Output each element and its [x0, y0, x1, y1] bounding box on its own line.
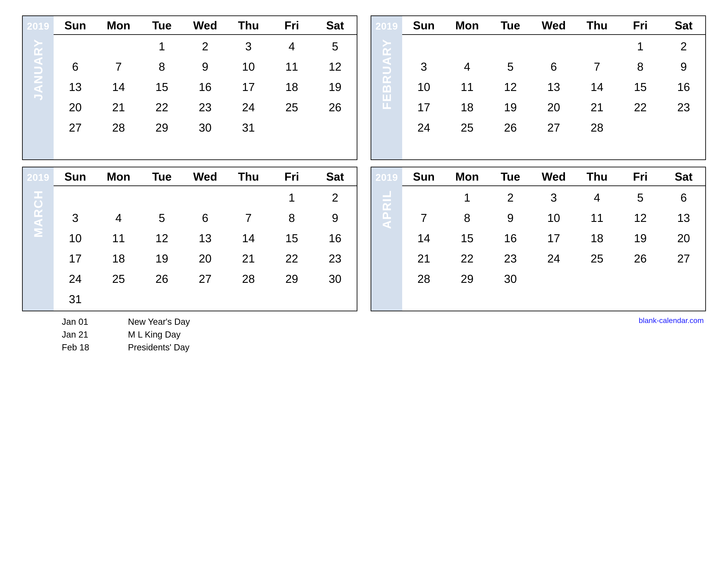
dow-label: Sun [54, 19, 97, 32]
dow-label: Thu [227, 19, 270, 32]
date-cell: 26 [140, 269, 184, 289]
dow-label: Wed [184, 170, 227, 183]
dow-label: Sat [313, 170, 357, 183]
date-cell: 12 [619, 208, 662, 228]
holiday-date: Jan 01 [62, 315, 128, 328]
date-cell [619, 269, 662, 289]
date-cell: 2 [662, 36, 705, 56]
date-cell: 15 [140, 77, 184, 97]
dow-label: Tue [489, 170, 532, 183]
dow-label: Fri [619, 170, 662, 183]
date-cell: 16 [184, 77, 227, 97]
date-cell [97, 36, 140, 56]
date-cell: 4 [97, 208, 140, 228]
holiday-name: M L King Day [128, 328, 181, 341]
month-april: 2019APRILSunMonTueWedThuFriSat1234567891… [371, 167, 706, 311]
date-cell: 27 [532, 117, 575, 138]
dow-label: Sat [662, 19, 705, 32]
month-year: 2019 [375, 18, 398, 34]
date-cell [532, 36, 575, 56]
date-cell [445, 289, 489, 309]
date-cell [97, 289, 140, 309]
dow-label: Sun [54, 170, 97, 183]
date-cell: 28 [97, 117, 140, 138]
date-cell [184, 138, 227, 158]
date-cell: 25 [97, 269, 140, 289]
date-cell [662, 117, 705, 138]
holiday-date: Feb 18 [62, 341, 128, 354]
date-cell: 30 [184, 117, 227, 138]
dow-label: Thu [575, 170, 619, 183]
date-cell: 19 [619, 228, 662, 248]
date-cell: 18 [575, 228, 619, 248]
date-cell: 4 [575, 187, 619, 208]
holiday-list: Jan 01New Year's DayJan 21M L King DayFe… [62, 315, 190, 354]
date-cell: 12 [313, 56, 357, 77]
dow-label: Sun [402, 170, 445, 183]
dow-label: Mon [445, 170, 489, 183]
month-name: JANUARY [31, 34, 45, 159]
date-cell [270, 117, 313, 138]
date-cell: 12 [140, 228, 184, 248]
month-sidebar: 2019FEBRUARY [371, 16, 402, 159]
dow-row: SunMonTueWedThuFriSat [54, 167, 357, 186]
date-cell: 17 [402, 97, 445, 117]
date-cell [313, 117, 357, 138]
date-cell: 21 [575, 97, 619, 117]
date-cell [575, 36, 619, 56]
date-cell: 18 [97, 248, 140, 269]
date-cell: 28 [227, 269, 270, 289]
date-cell: 1 [445, 187, 489, 208]
holiday-date: Jan 21 [62, 328, 128, 341]
date-cell: 19 [489, 97, 532, 117]
dow-label: Wed [532, 19, 575, 32]
date-cell: 17 [54, 248, 97, 269]
date-cell [532, 269, 575, 289]
dow-label: Mon [97, 19, 140, 32]
month-body: SunMonTueWedThuFriSat1234567891011121314… [54, 16, 357, 159]
dow-label: Thu [575, 19, 619, 32]
date-cell: 8 [445, 208, 489, 228]
date-cell: 16 [313, 228, 357, 248]
date-cell: 4 [445, 56, 489, 77]
date-cell: 26 [313, 97, 357, 117]
date-cell: 2 [489, 187, 532, 208]
date-cell [489, 138, 532, 158]
date-cell: 20 [54, 97, 97, 117]
date-cell: 24 [227, 97, 270, 117]
date-cell: 21 [97, 97, 140, 117]
date-cell: 22 [445, 248, 489, 269]
calendar-grid: 2019JANUARYSunMonTueWedThuFriSat12345678… [22, 15, 706, 311]
date-cell: 25 [445, 117, 489, 138]
date-cell: 14 [227, 228, 270, 248]
date-cell: 5 [140, 208, 184, 228]
date-cell: 26 [489, 117, 532, 138]
credit-link[interactable]: blank-calendar.com [639, 316, 706, 325]
date-cell: 1 [270, 187, 313, 208]
date-cell [402, 36, 445, 56]
date-cell [270, 289, 313, 309]
month-march: 2019MARCHSunMonTueWedThuFriSat1234567891… [22, 167, 357, 311]
date-cell: 20 [662, 228, 705, 248]
date-cell: 24 [54, 269, 97, 289]
date-cell [445, 36, 489, 56]
date-cell [662, 269, 705, 289]
date-cell: 7 [402, 208, 445, 228]
date-cell: 23 [489, 248, 532, 269]
dow-row: SunMonTueWedThuFriSat [54, 16, 357, 35]
dow-label: Mon [445, 19, 489, 32]
date-cell: 18 [445, 97, 489, 117]
date-cell: 1 [619, 36, 662, 56]
date-cell: 19 [140, 248, 184, 269]
date-cell [54, 138, 97, 158]
date-cell: 22 [140, 97, 184, 117]
date-cell: 9 [662, 56, 705, 77]
holiday-name: New Year's Day [128, 315, 190, 328]
date-cell [140, 289, 184, 309]
holiday-item: Jan 01New Year's Day [62, 315, 190, 328]
date-cell: 11 [97, 228, 140, 248]
date-cell: 14 [97, 77, 140, 97]
date-cell: 17 [532, 228, 575, 248]
footer: Jan 01New Year's DayJan 21M L King DayFe… [22, 315, 706, 354]
date-cell: 9 [313, 208, 357, 228]
